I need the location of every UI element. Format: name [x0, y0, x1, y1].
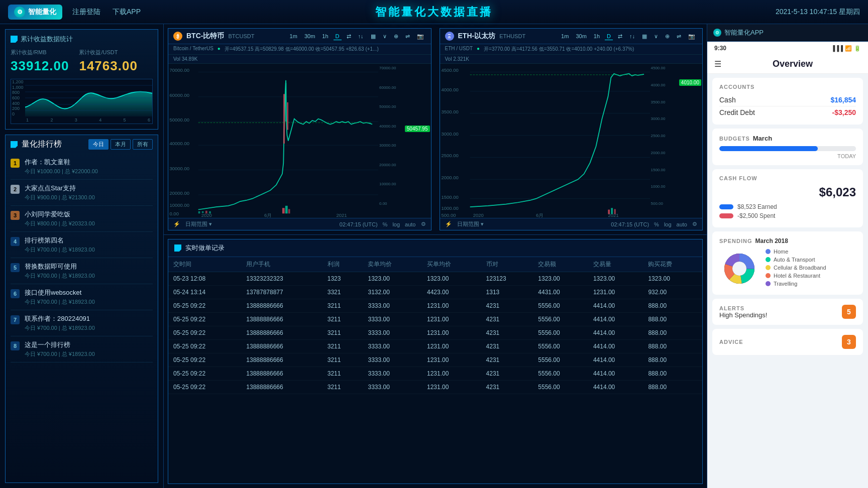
eth-title: ETH-以太坊: [458, 32, 496, 41]
cash-label: Cash: [719, 96, 830, 104]
legend-item: Home: [766, 249, 856, 255]
table-cell: 13888886666: [241, 299, 322, 313]
accounts-section: ACCOUNTS Cash $16,854 Credit Debt -$3,25…: [712, 78, 863, 125]
rank-number: 7: [11, 315, 20, 324]
btc-subtitle: Bitcoin / TetherUS: [173, 46, 213, 53]
table-cell: 3211: [322, 326, 363, 340]
list-item: 3 小刘同学爱吃饭 今日 ¥800.00 | 总 ¥20323.00: [11, 206, 153, 232]
tab-today[interactable]: 今日: [88, 139, 108, 150]
nav-download[interactable]: 下载APP: [113, 8, 141, 17]
eth-cam[interactable]: 📷: [686, 33, 697, 40]
table-row: 05-25 09:221388888666632113333.001231.00…: [168, 381, 702, 394]
rank-sub: 今日 ¥700.00 | 总 ¥18923.00: [25, 272, 153, 280]
table-cell: 05-25 09:22: [168, 340, 241, 353]
eth-date-range[interactable]: 日期范围 ▾: [457, 220, 484, 228]
btc-1h[interactable]: 1h: [320, 33, 330, 40]
col-time: 交时间: [168, 257, 241, 272]
svg-text:2000.00: 2000.00: [441, 176, 458, 181]
btc-plus[interactable]: ⊕: [392, 33, 400, 40]
eth-percent: %: [654, 221, 659, 227]
eth-pair: ETHUSDT: [499, 33, 525, 39]
btc-bottom-bar: ⚡ 日期范围 ▾ 02:47:15 (UTC) % log auto ⚙: [168, 218, 431, 230]
ranking-tabs: 今日 本月 所有: [88, 139, 153, 150]
table-cell: 05-25 09:22: [168, 353, 241, 367]
table-cell: 4231: [481, 381, 533, 394]
list-item: 6 接口使用websocket 今日 ¥700.00 | 总 ¥18923.00: [11, 284, 153, 310]
btc-log[interactable]: log: [392, 221, 400, 227]
btc-v[interactable]: ∨: [381, 33, 389, 40]
ranking-header: 量化排行榜 今日 本月 所有: [6, 135, 158, 154]
btc-arrow[interactable]: ⇄: [345, 33, 353, 40]
eth-settings[interactable]: ⚙: [692, 221, 697, 227]
btc-bar[interactable]: ▦: [369, 33, 378, 40]
svg-text:50000.00: 50000.00: [169, 117, 189, 123]
btc-d[interactable]: D: [334, 33, 342, 40]
legend-label: Hotel & Restaurant: [774, 273, 820, 279]
list-item: 7 联系作者：280224091 今日 ¥700.00 | 总 ¥18923.0…: [11, 310, 153, 336]
nav-register[interactable]: 注册登陆: [72, 8, 100, 17]
col-volume: 交易量: [588, 257, 643, 272]
phone-body: 9:30 ▐▐▐ 📶 🔋 ☰ Overview ACCOUNTS Cash $1…: [707, 42, 868, 488]
btc-switch[interactable]: ⇌: [403, 33, 412, 40]
eth-v[interactable]: ∨: [652, 33, 660, 40]
btc-cam[interactable]: 📷: [415, 33, 426, 40]
table-cell: 4414.00: [588, 340, 643, 353]
table-cell: 5556.00: [533, 326, 588, 340]
eth-vol: Vol 2.321K: [445, 56, 469, 62]
btc-date-range[interactable]: 日期范围 ▾: [185, 220, 212, 228]
rank-number: 6: [11, 289, 20, 298]
eth-1h[interactable]: 1h: [592, 33, 602, 40]
table-cell: 4414.00: [588, 367, 643, 381]
eth-arrow[interactable]: ⇄: [616, 33, 624, 40]
eth-bar[interactable]: ▦: [640, 33, 649, 40]
btc-up[interactable]: ↑↓: [356, 33, 366, 40]
table-cell: 5556.00: [533, 381, 588, 394]
tab-all[interactable]: 所有: [133, 139, 153, 150]
table-cell: 4414.00: [588, 381, 643, 394]
nav-logo[interactable]: ⚙ 智能量化: [8, 5, 62, 20]
eth-30m[interactable]: 30m: [574, 33, 588, 40]
table-row: 05-25 09:221388888666632113333.001231.00…: [168, 340, 702, 353]
eth-switch[interactable]: ⇌: [675, 33, 683, 40]
rank-sub: 今日 ¥700.00 | 总 ¥18923.00: [25, 324, 153, 332]
col-phone: 用户手机: [241, 257, 322, 272]
svg-text:30000.00: 30000.00: [169, 166, 189, 171]
btc-1m[interactable]: 1m: [288, 33, 299, 40]
eth-plus[interactable]: ⊕: [663, 33, 672, 40]
btc-info: 开=49537.15 高=50829.98 低=46000.00 收=50457…: [225, 46, 379, 53]
phone-status-icons: ▐▐▐ 📶 🔋: [831, 45, 861, 52]
accounts-title: ACCOUNTS: [719, 84, 856, 90]
btc-30m[interactable]: 30m: [302, 33, 317, 40]
eth-log[interactable]: log: [664, 221, 672, 227]
legend-label: Auto & Transport: [774, 257, 815, 263]
cashflow-total: $6,023: [719, 185, 856, 199]
svg-text:2021: 2021: [336, 213, 347, 218]
table-cell: 13888886666: [241, 326, 322, 340]
table-cell: 13888886666: [241, 340, 322, 353]
list-item: 1 作者：凯文童鞋 今日 ¥1000.00 | 总 ¥22000.00: [11, 154, 153, 180]
eth-d[interactable]: D: [605, 33, 613, 40]
rank-info: 大家点点Star支持 今日 ¥900.00 | 总 ¥21300.00: [25, 184, 153, 201]
table-cell: 4231: [481, 313, 533, 326]
advice-badge: 3: [842, 335, 856, 349]
legend-label: Cellular & Broadband: [774, 265, 826, 271]
table-cell: 1231.00: [422, 340, 481, 353]
btc-auto[interactable]: auto: [405, 221, 415, 227]
hamburger-icon[interactable]: ☰: [714, 59, 721, 69]
eth-controls: 1m 30m 1h D ⇄ ↑↓ ▦ ∨ ⊕ ⇌ 📷: [559, 33, 697, 40]
stat-usdt: 累计收益/USDT 14763.00: [79, 49, 137, 74]
rank-number: 5: [11, 263, 20, 272]
btc-percent: %: [383, 221, 388, 227]
table-cell: 4414.00: [588, 353, 643, 367]
eth-auto[interactable]: auto: [677, 221, 687, 227]
btc-settings[interactable]: ⚙: [421, 221, 426, 227]
eth-up[interactable]: ↑↓: [627, 33, 637, 40]
table-cell: 1323.00: [363, 272, 422, 286]
list-item: 8 这是一个排行榜 今日 ¥700.00 | 总 ¥18923.00: [11, 336, 153, 362]
phone-header: ⚙ 智能量化APP: [707, 24, 868, 42]
btc-icon: ₿: [173, 32, 182, 41]
tab-month[interactable]: 本月: [111, 139, 131, 150]
eth-vol-bar: Vol 2.321K: [440, 55, 703, 64]
eth-1m[interactable]: 1m: [559, 33, 571, 40]
rank-sub: 今日 ¥1000.00 | 总 ¥22000.00: [25, 168, 153, 175]
